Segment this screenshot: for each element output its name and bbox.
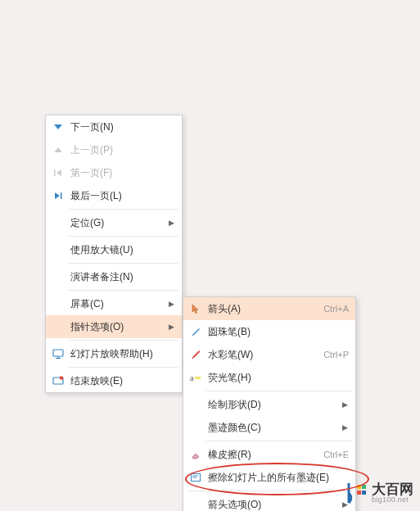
svg-marker-14	[192, 454, 199, 459]
menu-label: 墨迹颜色(C)	[205, 421, 339, 435]
menu-label: 下一页(N)	[67, 120, 177, 134]
menu-item-first-page[interactable]: 第一页(F)	[46, 161, 182, 184]
menu-item-end-show[interactable]: 结束放映(E)	[46, 369, 182, 392]
eraser-icon	[187, 449, 205, 460]
menu-label: 幻灯片放映帮助(H)	[67, 347, 177, 361]
watermark-url: big100.net	[372, 496, 413, 504]
skip-last-icon	[49, 191, 67, 201]
svg-rect-21	[362, 491, 366, 495]
presentation-screen-icon	[49, 348, 67, 360]
menu-label: 水彩笔(W)	[205, 348, 323, 362]
menu-label: 第一页(F)	[67, 166, 177, 180]
menu-label: 屏幕(C)	[67, 297, 165, 311]
menu-item-next-page[interactable]: 下一页(N)	[46, 115, 182, 138]
skip-first-icon	[49, 168, 67, 178]
menu-item-magnifier[interactable]: 使用放大镜(U)	[46, 238, 182, 261]
svg-marker-0	[54, 124, 62, 129]
menu-label: 定位(G)	[67, 216, 165, 230]
submenu-item-arrow-options[interactable]: 箭头选项(O) ▶	[183, 493, 355, 511]
watermark-logo-icon	[344, 482, 367, 504]
svg-marker-4	[55, 192, 60, 199]
context-menu-pointer-options: 箭头(A) Ctrl+A 圆珠笔(B) 水彩笔(W) Ctrl+P a 荧光笔(…	[183, 296, 356, 511]
menu-separator	[187, 491, 352, 491]
context-menu-main: 下一页(N) 上一页(P) 第一页(F) 最后一页(L) 定位(G) ▶ 使用放…	[45, 115, 183, 393]
svg-marker-11	[192, 305, 198, 314]
svg-rect-18	[357, 485, 361, 489]
menu-item-speaker-notes[interactable]: 演讲者备注(N)	[46, 265, 182, 288]
triangle-down-icon	[49, 122, 67, 132]
menu-label: 擦除幻灯片上的所有墨迹(E)	[205, 471, 350, 485]
svg-text:a: a	[190, 373, 194, 382]
watermark-title: 大百网	[372, 482, 413, 496]
menu-item-screen[interactable]: 屏幕(C) ▶	[46, 292, 182, 315]
menu-label: 使用放大镜(U)	[67, 243, 177, 257]
menu-label: 箭头选项(O)	[205, 498, 339, 512]
pointer-arrow-icon	[187, 303, 205, 314]
highlighter-icon: a	[187, 372, 205, 383]
menu-label: 橡皮擦(R)	[205, 448, 323, 462]
submenu-item-erase-all-ink[interactable]: 擦除幻灯片上的所有墨迹(E)	[183, 466, 355, 489]
triangle-up-icon	[49, 145, 67, 155]
submenu-arrow-icon: ▶	[165, 323, 177, 331]
shortcut-text: Ctrl+E	[323, 450, 350, 459]
svg-rect-5	[61, 192, 62, 199]
submenu-arrow-icon: ▶	[339, 400, 350, 409]
submenu-item-ballpoint[interactable]: 圆珠笔(B)	[183, 320, 355, 343]
menu-label: 荧光笔(H)	[205, 371, 350, 385]
svg-rect-13	[195, 377, 201, 379]
menu-item-prev-page[interactable]: 上一页(P)	[46, 138, 182, 161]
submenu-item-watercolor[interactable]: 水彩笔(W) Ctrl+P	[183, 343, 355, 366]
svg-rect-20	[357, 491, 361, 495]
submenu-arrow-icon: ▶	[339, 423, 350, 432]
submenu-arrow-icon: ▶	[165, 219, 177, 227]
submenu-item-draw-shape[interactable]: 绘制形状(D) ▶	[183, 393, 355, 416]
menu-label: 结束放映(E)	[67, 374, 177, 388]
submenu-item-highlighter[interactable]: a 荧光笔(H)	[183, 366, 355, 389]
menu-item-goto[interactable]: 定位(G) ▶	[46, 211, 182, 234]
menu-separator	[69, 367, 178, 368]
menu-separator	[206, 391, 352, 391]
menu-label: 上一页(P)	[67, 143, 177, 157]
submenu-item-arrow[interactable]: 箭头(A) Ctrl+A	[183, 297, 355, 320]
menu-separator	[206, 441, 352, 441]
menu-separator	[69, 263, 178, 264]
erase-all-icon	[187, 472, 205, 483]
menu-separator	[69, 340, 178, 341]
watermark: 大百网 big100.net	[344, 482, 413, 504]
menu-label: 最后一页(L)	[67, 189, 177, 203]
menu-separator	[69, 209, 178, 210]
menu-item-pointer-options[interactable]: 指针选项(O) ▶	[46, 315, 182, 338]
svg-marker-3	[56, 170, 61, 176]
svg-rect-6	[53, 350, 63, 356]
menu-label: 指针选项(O)	[67, 320, 165, 334]
shortcut-text: Ctrl+A	[323, 304, 350, 314]
svg-point-10	[60, 376, 63, 379]
svg-marker-1	[54, 147, 62, 152]
menu-separator	[69, 236, 178, 237]
menu-label: 箭头(A)	[205, 302, 323, 316]
menu-label: 演讲者备注(N)	[67, 270, 177, 284]
brush-icon	[187, 349, 205, 360]
submenu-item-ink-color[interactable]: 墨迹颜色(C) ▶	[183, 416, 355, 439]
menu-label: 绘制形状(D)	[205, 398, 339, 412]
svg-rect-19	[362, 485, 366, 489]
svg-rect-2	[54, 170, 56, 176]
menu-item-last-page[interactable]: 最后一页(L)	[46, 184, 182, 207]
menu-item-slideshow-help[interactable]: 幻灯片放映帮助(H)	[46, 342, 182, 365]
menu-separator	[69, 290, 178, 291]
submenu-item-eraser[interactable]: 橡皮擦(R) Ctrl+E	[183, 443, 355, 466]
menu-label: 圆珠笔(B)	[205, 325, 350, 339]
submenu-arrow-icon: ▶	[165, 300, 177, 308]
pen-icon	[187, 326, 205, 337]
shortcut-text: Ctrl+P	[323, 350, 350, 360]
end-presentation-icon	[49, 375, 67, 387]
